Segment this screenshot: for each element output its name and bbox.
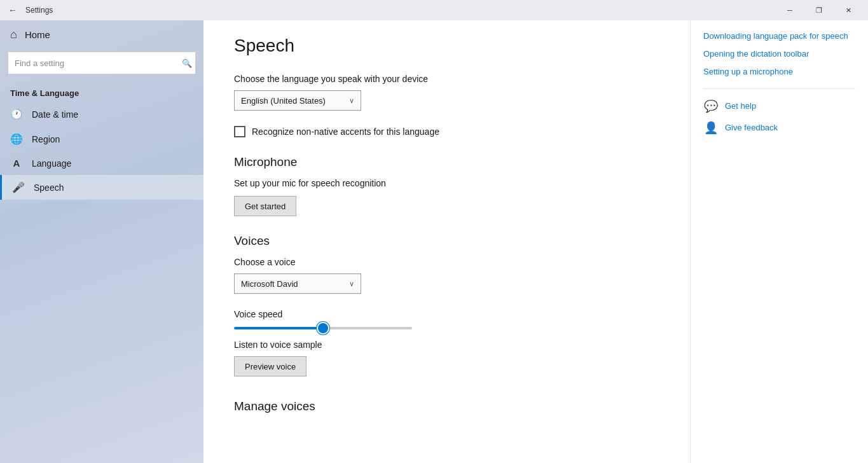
choose-voice-label: Choose a voice — [234, 257, 659, 267]
sidebar-item-date-time[interactable]: 🕐 Date & time — [0, 102, 203, 127]
give-feedback-icon: 👤 — [703, 121, 719, 135]
language-section-label: Choose the language you speak with your … — [234, 74, 659, 84]
home-label: Home — [25, 29, 50, 40]
search-input[interactable] — [8, 52, 196, 74]
main-content: Speech Choose the language you speak wit… — [203, 20, 690, 463]
chevron-down-icon: ∨ — [349, 97, 354, 105]
sidebar-item-label: Language — [32, 158, 71, 169]
page-title: Speech — [234, 36, 659, 56]
manage-voices-title: Manage voices — [234, 399, 659, 413]
language-dropdown[interactable]: English (United States) ∨ — [234, 90, 361, 111]
sidebar-section-header: Time & Language — [0, 82, 203, 102]
language-dropdown-value: English (United States) — [241, 96, 326, 106]
language-icon: A — [10, 158, 23, 169]
sidebar-item-label: Date & time — [32, 109, 78, 120]
get-started-button[interactable]: Get started — [234, 196, 296, 216]
sidebar-item-language[interactable]: A Language — [0, 151, 203, 175]
sidebar-item-label: Speech — [34, 183, 64, 193]
voice-dropdown[interactable]: Microsoft David ∨ — [234, 273, 361, 294]
search-box: 🔍 — [8, 52, 196, 74]
give-feedback-item[interactable]: 👤 Give feedback — [703, 121, 855, 135]
microphone-section-title: Microphone — [234, 155, 659, 169]
get-help-item[interactable]: 💬 Get help — [703, 99, 855, 113]
home-icon: ⌂ — [10, 28, 17, 41]
checkbox-label: Recognize non-native accents for this la… — [252, 127, 439, 137]
sidebar-item-label: Region — [32, 134, 60, 144]
chevron-down-icon: ∨ — [349, 280, 354, 288]
region-icon: 🌐 — [10, 133, 23, 145]
app-body: ⌂ Home 🔍 Time & Language 🕐 Date & time 🌐… — [0, 20, 868, 463]
voice-speed-slider[interactable] — [234, 327, 412, 329]
sidebar-item-speech[interactable]: 🎤 Speech — [0, 175, 203, 200]
sidebar-home[interactable]: ⌂ Home — [0, 20, 203, 49]
listen-label: Listen to voice sample — [234, 340, 659, 350]
right-panel-link-1[interactable]: Opening the dictation toolbar — [703, 48, 855, 60]
microphone-sub-label: Set up your mic for speech recognition — [234, 178, 659, 188]
date-time-icon: 🕐 — [10, 108, 23, 120]
checkbox-row[interactable]: Recognize non-native accents for this la… — [234, 126, 659, 137]
get-help-label: Get help — [725, 101, 756, 111]
speech-icon: 🎤 — [12, 181, 25, 193]
right-panel: Downloading language pack for speech Ope… — [690, 20, 868, 463]
slider-thumb[interactable] — [318, 323, 328, 333]
voice-speed-label: Voice speed — [234, 309, 659, 319]
titlebar: ← Settings ─ ❐ ✕ — [0, 0, 868, 20]
right-panel-divider — [703, 88, 855, 89]
sidebar: ⌂ Home 🔍 Time & Language 🕐 Date & time 🌐… — [0, 20, 203, 463]
minimize-button[interactable]: ─ — [775, 0, 804, 20]
back-button[interactable]: ← — [5, 3, 20, 18]
sidebar-item-region[interactable]: 🌐 Region — [0, 127, 203, 151]
search-icon[interactable]: 🔍 — [182, 59, 192, 68]
right-panel-link-0[interactable]: Downloading language pack for speech — [703, 31, 855, 42]
native-accents-checkbox[interactable] — [234, 126, 245, 137]
close-button[interactable]: ✕ — [834, 0, 863, 20]
titlebar-title: Settings — [25, 6, 53, 15]
restore-button[interactable]: ❐ — [804, 0, 834, 20]
give-feedback-label: Give feedback — [725, 123, 778, 132]
preview-voice-button[interactable]: Preview voice — [234, 356, 307, 377]
voices-section-title: Voices — [234, 234, 659, 248]
window-controls: ─ ❐ ✕ — [775, 0, 863, 20]
get-help-icon: 💬 — [703, 99, 719, 113]
right-panel-link-2[interactable]: Setting up a microphone — [703, 66, 855, 78]
voice-dropdown-value: Microsoft David — [241, 279, 298, 289]
